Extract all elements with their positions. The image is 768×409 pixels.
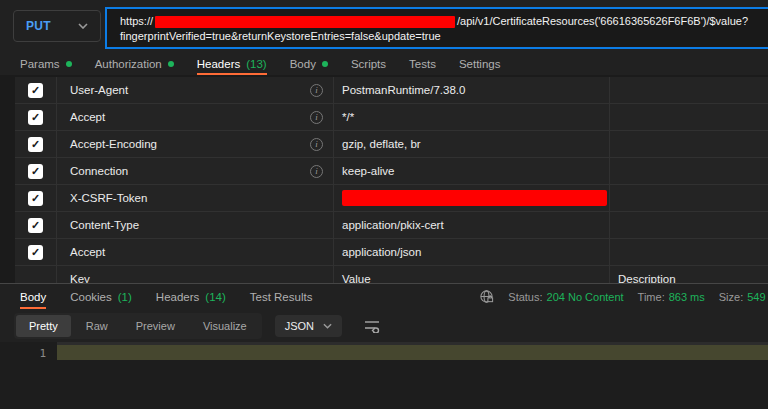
header-key[interactable]: Accept-Encoding xyxy=(70,138,157,150)
header-description[interactable] xyxy=(610,131,768,157)
tab-label: Body xyxy=(20,291,46,303)
header-checkbox[interactable]: ✓ xyxy=(15,131,57,157)
view-preview-button[interactable]: Preview xyxy=(123,315,188,337)
unsaved-dot xyxy=(168,61,174,67)
tab-tests[interactable]: Tests xyxy=(409,52,436,75)
header-key[interactable]: X-CSRF-Token xyxy=(70,192,147,204)
header-value[interactable]: */* xyxy=(334,104,610,130)
tab-authorization[interactable]: Authorization xyxy=(95,52,174,75)
tab-label: Scripts xyxy=(351,58,386,70)
url-query: fingerprintVerified=true&returnKeystoreE… xyxy=(120,29,441,44)
url-scheme: https:// xyxy=(120,14,153,29)
method-label: PUT xyxy=(26,19,51,33)
token-value-redaction[interactable] xyxy=(342,190,607,206)
header-checkbox[interactable]: ✓ xyxy=(15,212,57,238)
header-description[interactable] xyxy=(610,77,768,103)
info-icon[interactable]: i xyxy=(310,84,323,97)
checkbox-check-icon: ✓ xyxy=(28,245,43,260)
tab-label: Headers xyxy=(197,58,240,70)
header-description[interactable] xyxy=(610,158,768,184)
header-checkbox[interactable]: ✓ xyxy=(15,185,57,211)
header-key[interactable]: Content-Type xyxy=(70,219,139,231)
response-tab-test-results[interactable]: Test Results xyxy=(250,284,313,309)
url-line-2: fingerprintVerified=true&returnKeystoreE… xyxy=(120,29,768,44)
line-number: 1 xyxy=(0,347,46,360)
checkbox-check-icon: ✓ xyxy=(28,164,43,179)
table-row: ✓ Accepti */* xyxy=(15,104,768,131)
checkbox-check-icon: ✓ xyxy=(28,218,43,233)
response-tab-headers[interactable]: Headers (14) xyxy=(156,284,226,309)
view-pretty-button[interactable]: Pretty xyxy=(16,315,71,337)
response-tab-body[interactable]: Body xyxy=(20,284,46,309)
header-checkbox[interactable]: ✓ xyxy=(15,77,57,103)
header-value[interactable]: gzip, deflate, br xyxy=(334,131,610,157)
format-label: JSON xyxy=(285,320,314,332)
url-input[interactable]: https:// /api/v1/CertificateResources('6… xyxy=(105,7,768,49)
size-value[interactable]: 549 B xyxy=(747,291,768,303)
header-description[interactable] xyxy=(610,185,768,211)
header-description[interactable] xyxy=(610,104,768,130)
response-view-toolbar: Pretty Raw Preview Visualize JSON xyxy=(0,309,768,342)
url-host-redaction xyxy=(155,16,455,28)
header-checkbox[interactable]: ✓ xyxy=(15,158,57,184)
header-value[interactable]: application/json xyxy=(334,239,610,265)
unsaved-dot xyxy=(322,61,328,67)
tab-label: Params xyxy=(20,58,60,70)
header-key[interactable]: User-Agent xyxy=(70,84,128,96)
key-placeholder[interactable]: Key xyxy=(57,266,334,283)
header-value[interactable]: keep-alive xyxy=(334,158,610,184)
response-meta: Status: 204 No Content Time: 863 ms Size… xyxy=(479,284,768,309)
tab-label: Headers xyxy=(156,291,199,303)
unsaved-dot xyxy=(66,61,72,67)
checkbox-check-icon: ✓ xyxy=(28,83,43,98)
description-placeholder[interactable]: Description xyxy=(610,266,768,283)
response-tab-cookies[interactable]: Cookies (1) xyxy=(70,284,132,309)
table-row: ✓ Content-Type application/pkix-cert xyxy=(15,212,768,239)
status-label: Status: xyxy=(508,291,542,303)
wrap-line-icon xyxy=(363,319,381,333)
header-checkbox[interactable]: ✓ xyxy=(15,104,57,130)
tab-body[interactable]: Body xyxy=(290,52,328,75)
size-label: Size: xyxy=(719,291,743,303)
tab-params[interactable]: Params xyxy=(20,52,72,75)
header-description[interactable] xyxy=(610,212,768,238)
response-body-editor[interactable]: 1 xyxy=(0,342,768,409)
table-row: ✓ Accept application/json xyxy=(15,239,768,266)
tab-count: (14) xyxy=(205,291,225,303)
header-key[interactable]: Connection xyxy=(70,165,128,177)
header-checkbox[interactable]: ✓ xyxy=(15,239,57,265)
info-icon[interactable]: i xyxy=(310,138,323,151)
checkbox-check-icon: ✓ xyxy=(28,110,43,125)
url-path: /api/v1/CertificateResources('6661636562… xyxy=(457,14,748,29)
info-icon[interactable]: i xyxy=(310,165,323,178)
tab-label: Settings xyxy=(459,58,501,70)
header-description[interactable] xyxy=(610,239,768,265)
checkbox-check-icon: ✓ xyxy=(28,137,43,152)
response-tabs: Body Cookies (1) Headers (14) Test Resul… xyxy=(0,284,768,309)
header-key[interactable]: Accept xyxy=(70,111,105,123)
tab-scripts[interactable]: Scripts xyxy=(351,52,386,75)
tab-label: Body xyxy=(290,58,316,70)
method-selector[interactable]: PUT xyxy=(13,10,101,42)
tab-label: Test Results xyxy=(250,291,313,303)
info-icon[interactable]: i xyxy=(310,111,323,124)
wrap-line-button[interactable] xyxy=(363,319,381,333)
table-row: ✓ Connectioni keep-alive xyxy=(15,158,768,185)
format-selector[interactable]: JSON xyxy=(275,315,342,337)
time-value[interactable]: 863 ms xyxy=(669,291,705,303)
header-value[interactable]: PostmanRuntime/7.38.0 xyxy=(334,77,610,103)
header-value[interactable]: application/pkix-cert xyxy=(334,212,610,238)
globe-lock-icon[interactable] xyxy=(479,289,494,304)
tab-settings[interactable]: Settings xyxy=(459,52,501,75)
status-badge[interactable]: 204 No Content xyxy=(547,291,624,303)
tab-label: Cookies xyxy=(70,291,112,303)
view-raw-button[interactable]: Raw xyxy=(73,315,121,337)
checkbox-check-icon: ✓ xyxy=(28,191,43,206)
value-placeholder[interactable]: Value xyxy=(334,266,610,283)
request-tabs: Params Authorization Headers (13) Body S… xyxy=(0,52,768,75)
view-mode-group: Pretty Raw Preview Visualize xyxy=(14,313,262,339)
header-key[interactable]: Accept xyxy=(70,246,105,258)
view-visualize-button[interactable]: Visualize xyxy=(190,315,260,337)
tab-headers[interactable]: Headers (13) xyxy=(197,52,267,75)
request-bar: PUT https:// /api/v1/CertificateResource… xyxy=(0,0,768,52)
